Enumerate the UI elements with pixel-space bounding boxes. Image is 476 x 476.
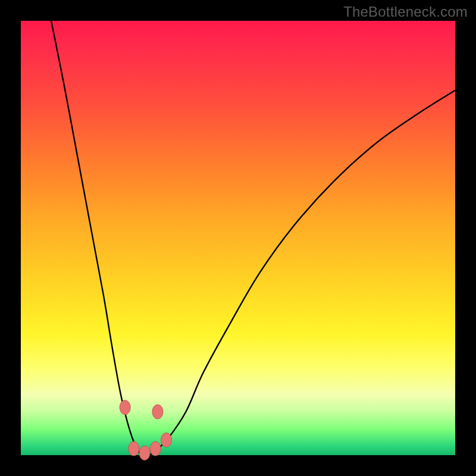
solution-marker <box>161 433 172 447</box>
solution-marker <box>150 441 161 456</box>
solution-marker <box>120 400 130 415</box>
solution-marker <box>129 441 139 456</box>
bottleneck-curve <box>51 21 455 455</box>
solution-marker <box>139 446 150 460</box>
solution-marker <box>152 405 163 419</box>
watermark-text: TheBottleneck.com <box>343 4 468 20</box>
chart-plot-area <box>21 21 455 455</box>
chart-frame: TheBottleneck.com <box>0 0 476 476</box>
solution-marker-layer <box>120 400 171 461</box>
chart-svg <box>21 21 455 455</box>
